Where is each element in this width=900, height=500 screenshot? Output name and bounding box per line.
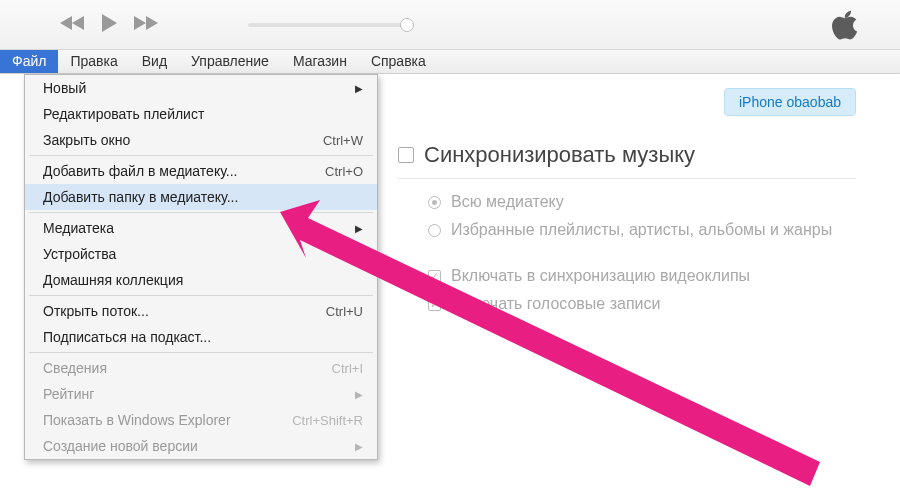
menu-item[interactable]: Добавить папку в медиатеку... xyxy=(25,184,377,210)
option-selective[interactable]: Избранные плейлисты, артисты, альбомы и … xyxy=(428,221,882,239)
menu-help[interactable]: Справка xyxy=(359,50,438,73)
option-include-voice[interactable]: ✓ Включать голосовые записи xyxy=(428,295,882,313)
menu-separator xyxy=(29,352,373,353)
menu-bar: Файл Правка Вид Управление Магазин Справ… xyxy=(0,50,900,74)
sync-options: Всю медиатеку Избранные плейлисты, артис… xyxy=(428,193,882,313)
file-menu-dropdown: Новый▶Редактировать плейлистЗакрыть окно… xyxy=(24,74,378,460)
menu-controls[interactable]: Управление xyxy=(179,50,281,73)
apple-logo-icon xyxy=(830,8,860,45)
sync-music-title: Синхронизировать музыку xyxy=(424,142,695,168)
menu-item[interactable]: Домашняя коллекция xyxy=(25,267,377,293)
menu-item: Создание новой версии▶ xyxy=(25,433,377,459)
sync-music-row[interactable]: Синхронизировать музыку xyxy=(398,142,882,168)
menu-item-label: Медиатека xyxy=(43,220,114,236)
menu-item: Показать в Windows ExplorerCtrl+Shift+R xyxy=(25,407,377,433)
menu-item[interactable]: Открыть поток...Ctrl+U xyxy=(25,298,377,324)
option-label: Включать голосовые записи xyxy=(451,295,660,313)
option-label: Избранные плейлисты, артисты, альбомы и … xyxy=(451,221,832,239)
forward-button[interactable] xyxy=(132,15,158,34)
option-label: Включать в синхронизацию видеоклипы xyxy=(451,267,750,285)
menu-item-label: Редактировать плейлист xyxy=(43,106,204,122)
menu-item[interactable]: Медиатека▶ xyxy=(25,215,377,241)
menu-item-shortcut: Ctrl+O xyxy=(325,164,363,179)
menu-item: Рейтинг▶ xyxy=(25,381,377,407)
menu-item[interactable]: Добавить файл в медиатеку...Ctrl+O xyxy=(25,158,377,184)
submenu-arrow-icon: ▶ xyxy=(355,223,363,234)
menu-view[interactable]: Вид xyxy=(130,50,179,73)
separator xyxy=(398,178,856,179)
sync-music-checkbox[interactable] xyxy=(398,147,414,163)
checkbox-checked-icon: ✓ xyxy=(428,270,441,283)
menu-item-shortcut: Ctrl+Shift+R xyxy=(292,413,363,428)
device-button[interactable]: iPhone obaobab xyxy=(724,88,856,116)
menu-item-label: Создание новой версии xyxy=(43,438,198,454)
top-toolbar xyxy=(0,0,900,50)
menu-separator xyxy=(29,155,373,156)
volume-slider-thumb[interactable] xyxy=(400,18,414,32)
menu-item-label: Показать в Windows Explorer xyxy=(43,412,231,428)
menu-item-shortcut: Ctrl+W xyxy=(323,133,363,148)
menu-item-label: Подписаться на подкаст... xyxy=(43,329,211,345)
menu-item-label: Добавить папку в медиатеку... xyxy=(43,189,238,205)
menu-item[interactable]: Новый▶ xyxy=(25,75,377,101)
menu-item-label: Устройства xyxy=(43,246,116,262)
menu-store[interactable]: Магазин xyxy=(281,50,359,73)
menu-item[interactable]: Подписаться на подкаст... xyxy=(25,324,377,350)
submenu-arrow-icon: ▶ xyxy=(355,249,363,260)
menu-item-label: Закрыть окно xyxy=(43,132,130,148)
play-button[interactable] xyxy=(100,13,118,36)
menu-separator xyxy=(29,212,373,213)
checkbox-checked-icon: ✓ xyxy=(428,298,441,311)
menu-item[interactable]: Закрыть окноCtrl+W xyxy=(25,127,377,153)
menu-item-label: Сведения xyxy=(43,360,107,376)
menu-item-label: Новый xyxy=(43,80,86,96)
option-label: Всю медиатеку xyxy=(451,193,564,211)
menu-item[interactable]: Редактировать плейлист xyxy=(25,101,377,127)
menu-separator xyxy=(29,295,373,296)
menu-item-label: Открыть поток... xyxy=(43,303,149,319)
radio-selected-icon xyxy=(428,196,441,209)
playback-controls xyxy=(60,13,158,36)
rewind-button[interactable] xyxy=(60,15,86,34)
menu-item-label: Добавить файл в медиатеку... xyxy=(43,163,237,179)
menu-item[interactable]: Устройства▶ xyxy=(25,241,377,267)
menu-file[interactable]: Файл xyxy=(0,50,58,73)
submenu-arrow-icon: ▶ xyxy=(355,83,363,94)
volume-slider[interactable] xyxy=(248,23,408,27)
submenu-arrow-icon: ▶ xyxy=(355,441,363,452)
menu-item: СведенияCtrl+I xyxy=(25,355,377,381)
content-area: iPhone obaobab Синхронизировать музыку В… xyxy=(380,74,900,333)
option-all-library[interactable]: Всю медиатеку xyxy=(428,193,882,211)
menu-item-label: Рейтинг xyxy=(43,386,94,402)
radio-unselected-icon xyxy=(428,224,441,237)
menu-item-shortcut: Ctrl+U xyxy=(326,304,363,319)
menu-edit[interactable]: Правка xyxy=(58,50,129,73)
menu-item-shortcut: Ctrl+I xyxy=(332,361,363,376)
option-include-videos[interactable]: ✓ Включать в синхронизацию видеоклипы xyxy=(428,267,882,285)
submenu-arrow-icon: ▶ xyxy=(355,389,363,400)
menu-item-label: Домашняя коллекция xyxy=(43,272,183,288)
